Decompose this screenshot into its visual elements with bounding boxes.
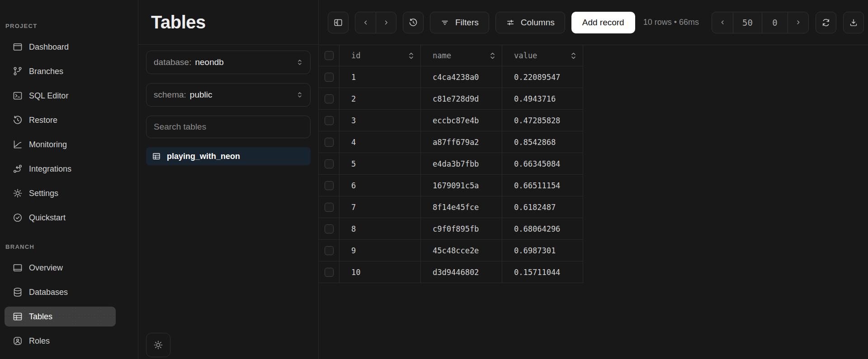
chevron-right-icon (382, 19, 390, 27)
sidebar-item-monitoring[interactable]: Monitoring (0, 132, 138, 157)
sort-icon (490, 52, 495, 60)
cell-name[interactable]: e4da3b7fbb (421, 153, 502, 175)
cell-id[interactable]: 1 (340, 66, 421, 88)
cell-id[interactable]: 6 (340, 175, 421, 196)
row-checkbox[interactable] (325, 181, 334, 190)
column-header-value[interactable]: value (502, 45, 583, 66)
download-icon (849, 18, 859, 28)
database-select-value: neondb (195, 57, 223, 67)
sql-editor-icon (12, 90, 23, 101)
cell-name[interactable]: c81e728d9d (421, 88, 502, 110)
sidebar-item-overview[interactable]: Overview (0, 256, 138, 280)
sidebar-item-restore[interactable]: Restore (0, 108, 138, 132)
cell-name[interactable]: a87ff679a2 (421, 131, 502, 153)
table-name: playing_with_neon (167, 152, 240, 161)
sidebar-item-branches[interactable]: Branches (0, 59, 138, 84)
cell-id[interactable]: 5 (340, 153, 421, 175)
sidebar-item-quickstart[interactable]: Quickstart (0, 205, 138, 230)
sidebar-item-dashboard[interactable]: Dashboard (0, 35, 138, 59)
cell-name[interactable]: eccbc87e4b (421, 110, 502, 131)
cell-value[interactable]: 0.66345084 (502, 153, 583, 175)
cell-id[interactable]: 8 (340, 218, 421, 240)
cell-value[interactable]: 0.4943716 (502, 88, 583, 110)
cell-id[interactable]: 4 (340, 131, 421, 153)
panel-settings-gear-button[interactable] (146, 333, 170, 357)
cell-id[interactable]: 10 (340, 261, 421, 283)
sidebar-item-label: Restore (29, 116, 57, 125)
row-select-cell (319, 131, 340, 153)
row-checkbox[interactable] (325, 268, 334, 277)
row-checkbox[interactable] (325, 224, 334, 233)
columns-button[interactable]: Columns (495, 12, 565, 33)
cell-value[interactable]: 0.68064296 (502, 218, 583, 240)
sidebar-item-integrations[interactable]: Integrations (0, 157, 138, 181)
page-prev-button[interactable] (712, 12, 733, 33)
cell-id[interactable]: 9 (340, 240, 421, 261)
cell-name[interactable]: 45c48cce2e (421, 240, 502, 261)
column-header-id[interactable]: id (340, 45, 421, 66)
pagination-group: 50 0 (712, 12, 809, 33)
row-checkbox[interactable] (325, 73, 334, 82)
cell-value[interactable]: 0.6182487 (502, 196, 583, 218)
restore-icon (12, 115, 23, 126)
row-checkbox[interactable] (325, 116, 334, 125)
filters-button-label: Filters (455, 18, 479, 28)
cell-name[interactable]: c9f0f895fb (421, 218, 502, 240)
schema-select[interactable]: schema: public (146, 83, 311, 107)
select-all-cell (319, 45, 340, 66)
records-grid: idnamevalue1c4ca4238a00.220895472c81e728… (319, 45, 583, 283)
add-record-button[interactable]: Add record (571, 12, 635, 33)
table-list-item[interactable]: playing_with_neon (146, 147, 311, 165)
row-checkbox[interactable] (325, 94, 334, 103)
page-offset-value[interactable]: 0 (762, 12, 788, 33)
sidebar-item-label: Monitoring (29, 140, 67, 149)
page-next-button[interactable] (788, 12, 808, 33)
column-header-name[interactable]: name (421, 45, 502, 66)
row-select-cell (319, 196, 340, 218)
row-checkbox[interactable] (325, 246, 334, 255)
cell-id[interactable]: 2 (340, 88, 421, 110)
row-checkbox[interactable] (325, 159, 334, 168)
column-header-label: name (433, 51, 451, 60)
query-history-button[interactable] (403, 12, 424, 33)
cell-id[interactable]: 3 (340, 110, 421, 131)
filters-button[interactable]: Filters (430, 12, 489, 33)
sidebar-item-sql-editor[interactable]: SQL Editor (0, 84, 138, 108)
collapse-panel-button[interactable] (328, 12, 349, 33)
nav-back-button[interactable] (355, 12, 376, 33)
cell-value[interactable]: 0.66511154 (502, 175, 583, 196)
table-toolbar: Filters Columns Add record 10 rows • 66m… (319, 0, 868, 45)
cell-value[interactable]: 0.47285828 (502, 110, 583, 131)
select-all-checkbox[interactable] (325, 51, 334, 60)
sidebar-item-databases[interactable]: Databases (0, 280, 138, 304)
cell-value[interactable]: 0.22089547 (502, 66, 583, 88)
cell-id[interactable]: 7 (340, 196, 421, 218)
database-select[interactable]: database: neondb (146, 51, 311, 74)
cell-name[interactable]: 8f14e45fce (421, 196, 502, 218)
section-label: BRANCH (5, 243, 138, 250)
sidebar-item-label: Roles (29, 336, 50, 346)
cell-name[interactable]: c4ca4238a0 (421, 66, 502, 88)
cell-name[interactable]: d3d9446802 (421, 261, 502, 283)
cell-value[interactable]: 0.6987301 (502, 240, 583, 261)
sidebar-item-label: Integrations (29, 164, 71, 174)
download-button[interactable] (843, 12, 864, 33)
sidebar-item-label: Tables (29, 312, 52, 322)
page-size-value[interactable]: 50 (733, 12, 762, 33)
row-select-cell (319, 110, 340, 131)
row-select-cell (319, 218, 340, 240)
sidebar-item-settings[interactable]: Settings (0, 181, 138, 205)
refresh-button[interactable] (816, 12, 836, 33)
search-tables-input[interactable] (146, 116, 311, 138)
row-checkbox[interactable] (325, 138, 334, 147)
row-checkbox[interactable] (325, 203, 334, 212)
table-data-main: Filters Columns Add record 10 rows • 66m… (319, 0, 868, 359)
nav-forward-button[interactable] (376, 12, 396, 33)
cell-value[interactable]: 0.15711044 (502, 261, 583, 283)
cell-name[interactable]: 1679091c5a (421, 175, 502, 196)
project-sidebar: PROJECTDashboardBranchesSQL EditorRestor… (0, 0, 138, 359)
sidebar-item-roles[interactable]: Roles (0, 329, 138, 353)
chevron-right-icon (794, 19, 802, 26)
sidebar-item-tables[interactable]: Tables (0, 304, 138, 329)
cell-value[interactable]: 0.8542868 (502, 131, 583, 153)
